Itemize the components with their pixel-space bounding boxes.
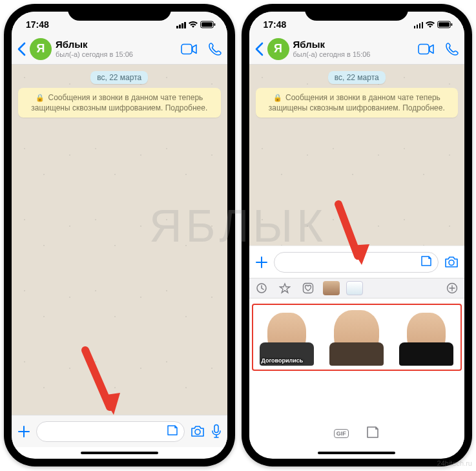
wifi-icon	[425, 21, 435, 28]
svg-rect-1	[202, 23, 212, 27]
chat-name: Яблык	[293, 39, 415, 50]
voice-call-button[interactable]	[445, 42, 459, 56]
sticker-grid[interactable]: Договорились	[249, 298, 465, 376]
chat-title-block[interactable]: Яблык был(-а) сегодня в 15:06	[293, 39, 415, 58]
attach-button[interactable]	[17, 424, 31, 439]
message-input[interactable]	[36, 421, 185, 442]
encryption-more: Подробнее.	[402, 103, 445, 112]
voice-call-button[interactable]	[208, 42, 222, 56]
sticker-add-pack-button[interactable]	[444, 281, 460, 295]
message-input[interactable]	[274, 252, 439, 273]
watermark-site: 24hitech.ru	[437, 459, 472, 467]
chat-title-block[interactable]: Яблык был(-а) сегодня в 15:06	[56, 39, 177, 58]
cellular-icon	[414, 21, 424, 28]
sticker-item[interactable]: Договорились	[258, 309, 315, 366]
chat-last-seen: был(-а) сегодня в 15:06	[293, 50, 415, 58]
sticker-tab-pack-bean[interactable]	[323, 281, 340, 295]
avatar[interactable]: Я	[267, 38, 289, 60]
svg-rect-7	[439, 23, 450, 27]
chat-body[interactable]: вс, 22 марта 🔒 Сообщения и звонки в данн…	[12, 65, 227, 415]
phone-right: 17:48 Я Яблык был(-а) сегодня в 15:06	[242, 4, 473, 466]
chat-input-bar	[249, 246, 465, 278]
mic-button[interactable]	[211, 424, 222, 439]
status-time: 17:48	[26, 19, 58, 30]
sticker-row-highlight: Договорились	[252, 304, 462, 371]
chat-navbar: Я Яблык был(-а) сегодня в 15:06	[249, 34, 465, 65]
svg-rect-9	[419, 44, 429, 54]
svg-rect-3	[181, 44, 192, 54]
svg-point-4	[195, 429, 200, 434]
sticker-item[interactable]	[328, 309, 385, 366]
sticker-tab-button[interactable]	[366, 425, 380, 442]
attach-button[interactable]	[254, 255, 269, 269]
video-call-button[interactable]	[181, 42, 198, 56]
status-time: 17:48	[264, 19, 296, 30]
sticker-picker-button[interactable]	[420, 255, 433, 270]
battery-icon	[437, 21, 453, 28]
sticker-item[interactable]	[398, 309, 455, 366]
encryption-notice[interactable]: 🔒 Сообщения и звонки в данном чате тепер…	[256, 88, 459, 118]
sticker-tab-pack-cup[interactable]	[346, 281, 363, 295]
sticker-caption: Договорились	[261, 357, 303, 364]
chat-body[interactable]: вс, 22 марта 🔒 Сообщения и звонки в данн…	[249, 65, 465, 246]
date-pill: вс, 22 марта	[328, 71, 386, 84]
gif-tab-button[interactable]: GIF	[334, 429, 349, 438]
sticker-panel-empty	[249, 376, 465, 420]
svg-rect-2	[214, 23, 215, 26]
sticker-tab-recent[interactable]	[253, 281, 270, 295]
chat-input-bar	[12, 415, 227, 447]
phone-left: 17:48 Я Яблык был(-а) сегодня в 15:06	[4, 4, 235, 466]
wifi-icon	[188, 21, 198, 28]
chat-last-seen: был(-а) сегодня в 15:06	[56, 50, 177, 58]
lock-icon: 🔒	[36, 94, 45, 101]
camera-button[interactable]	[190, 425, 205, 438]
sticker-picker-button[interactable]	[166, 424, 179, 439]
sticker-gif-switch: GIF	[249, 420, 465, 447]
svg-rect-12	[303, 284, 313, 293]
home-indicator	[249, 447, 465, 459]
cellular-icon	[176, 21, 186, 28]
sticker-pack-tabs	[249, 278, 465, 298]
svg-rect-8	[451, 23, 453, 26]
avatar[interactable]: Я	[30, 38, 52, 60]
back-button[interactable]	[17, 42, 26, 56]
lock-icon: 🔒	[273, 94, 282, 101]
chat-name: Яблык	[56, 39, 177, 50]
notch	[305, 4, 408, 21]
home-indicator	[12, 447, 227, 459]
back-button[interactable]	[254, 42, 264, 56]
camera-button[interactable]	[444, 256, 459, 269]
encryption-more: Подробнее.	[165, 103, 208, 112]
svg-point-10	[449, 260, 454, 265]
sticker-tab-heart[interactable]	[300, 281, 316, 295]
encryption-notice[interactable]: 🔒 Сообщения и звонки в данном чате тепер…	[18, 88, 221, 118]
notch	[68, 4, 171, 21]
video-call-button[interactable]	[418, 42, 435, 56]
battery-icon	[200, 21, 216, 28]
svg-rect-5	[214, 424, 218, 432]
sticker-tab-favorite[interactable]	[276, 281, 293, 295]
chat-navbar: Я Яблык был(-а) сегодня в 15:06	[12, 34, 227, 65]
date-pill: вс, 22 марта	[90, 71, 148, 84]
